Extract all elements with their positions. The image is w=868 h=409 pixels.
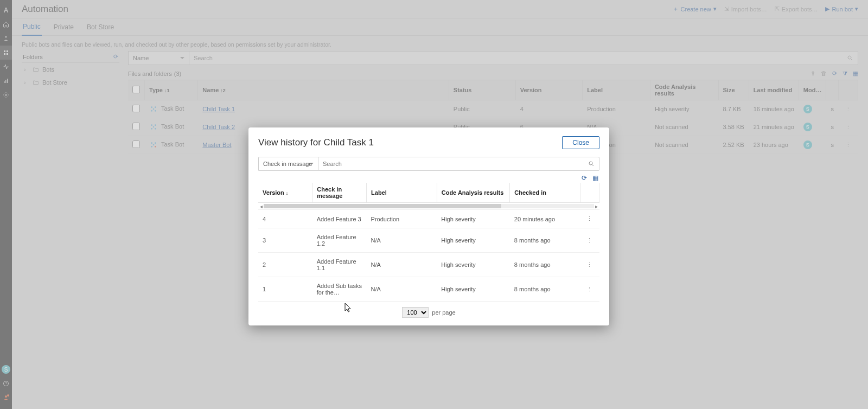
hcell-version: 3 [258, 228, 312, 253]
hcell-code: High severity [437, 228, 510, 253]
hcell-actions: ⋮ [580, 210, 599, 228]
scroll-track[interactable] [264, 204, 594, 208]
modal-filter-label: Check in message [263, 161, 312, 167]
modal-title: View history for Child Task 1 [258, 137, 374, 148]
modal-search-row: Check in message [258, 157, 599, 171]
hcell-actions: ⋮ [580, 228, 599, 253]
hcell-label: N/A [367, 253, 437, 277]
hcell-actions: ⋮ [580, 253, 599, 277]
page-size-select[interactable]: 100 [402, 307, 429, 318]
h-scrollbar[interactable]: ◂ ▸ [258, 203, 599, 209]
hcell-version: 4 [258, 210, 312, 228]
hcell-label: Production [367, 210, 437, 228]
scroll-right-icon[interactable]: ▸ [594, 203, 599, 209]
mcol-message[interactable]: Check in message [312, 183, 367, 203]
hcell-checked-in: 8 months ago [510, 253, 580, 277]
hcell-code: High severity [437, 277, 510, 302]
history-row-actions-icon[interactable]: ⋮ [584, 237, 595, 244]
refresh-history-icon[interactable]: ⟳ [582, 174, 587, 182]
hcell-code: High severity [437, 210, 510, 228]
modal-search-input[interactable] [323, 161, 588, 167]
history-modal: View history for Child Task 1 Close Chec… [248, 127, 609, 325]
search-icon[interactable] [588, 161, 595, 167]
hcell-message: Added Feature 1.1 [312, 253, 367, 277]
hcell-checked-in: 8 months ago [510, 228, 580, 253]
hcell-message: Added Feature 3 [312, 210, 367, 228]
pager: 100 per page [258, 302, 599, 318]
hcell-actions: ⋮ [580, 277, 599, 302]
history-row-actions-icon[interactable]: ⋮ [584, 286, 595, 292]
hcell-checked-in: 20 minutes ago [510, 210, 580, 228]
hcell-label: N/A [367, 228, 437, 253]
hcell-message: Added Feature 1.2 [312, 228, 367, 253]
close-button[interactable]: Close [562, 136, 599, 149]
hcell-checked-in: 8 months ago [510, 277, 580, 302]
history-row[interactable]: 4Added Feature 3ProductionHigh severity2… [258, 210, 599, 228]
mcol-checked-in[interactable]: Checked in [510, 183, 580, 203]
hcell-version: 1 [258, 277, 312, 302]
history-tbody: 4Added Feature 3ProductionHigh severity2… [258, 210, 599, 302]
history-row[interactable]: 2Added Feature 1.1N/AHigh severity8 mont… [258, 253, 599, 277]
history-table: Version ↓ Check in message Label Code An… [258, 183, 599, 302]
scroll-thumb[interactable] [264, 204, 501, 208]
history-row-actions-icon[interactable]: ⋮ [584, 215, 595, 222]
modal-filter-select[interactable]: Check in message [258, 157, 318, 171]
history-row-actions-icon[interactable]: ⋮ [584, 261, 595, 268]
history-row[interactable]: 1Added Sub tasks for the…N/AHigh severit… [258, 277, 599, 302]
per-page-label: per page [432, 309, 455, 316]
columns-icon[interactable]: ▦ [592, 174, 598, 182]
history-row[interactable]: 3Added Feature 1.2N/AHigh severity8 mont… [258, 228, 599, 253]
hcell-message: Added Sub tasks for the… [312, 277, 367, 302]
hcell-code: High severity [437, 253, 510, 277]
history-thead: Version ↓ Check in message Label Code An… [258, 183, 599, 203]
modal-tools: ⟳ ▦ [258, 171, 599, 183]
hcell-label: N/A [367, 277, 437, 302]
mcol-code[interactable]: Code Analysis results [437, 183, 510, 203]
modal-header: View history for Child Task 1 Close [258, 136, 599, 149]
modal-search-wrap [318, 157, 599, 171]
svg-point-27 [589, 162, 592, 165]
scroll-left-icon[interactable]: ◂ [258, 203, 264, 209]
mcol-label[interactable]: Label [367, 183, 437, 203]
mcol-version[interactable]: Version ↓ [258, 183, 312, 203]
hcell-version: 2 [258, 253, 312, 277]
